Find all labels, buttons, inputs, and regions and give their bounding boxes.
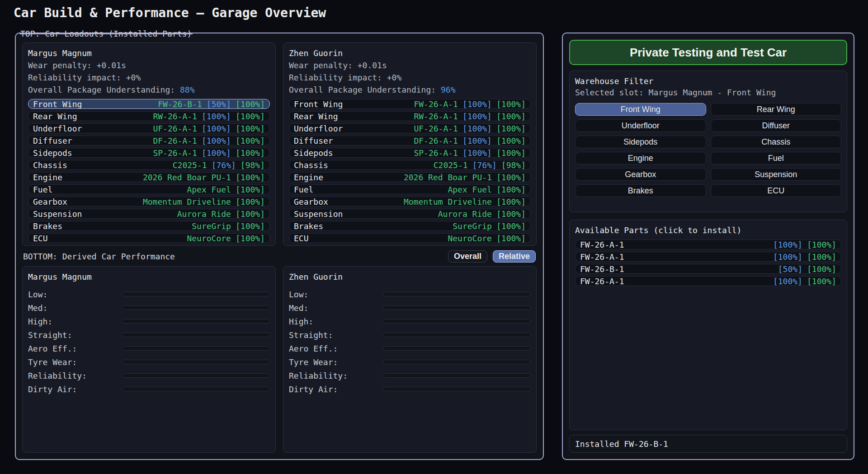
- part-slot-row[interactable]: Diffuser DF-26-A-1 [100%] [100%]: [289, 136, 531, 145]
- driver-name: Margus Magnum: [28, 47, 270, 59]
- part-slot-value: Momentum Driveline [100%]: [404, 197, 526, 206]
- metric-label: Med:: [28, 303, 122, 313]
- part-slot-value: Momentum Driveline [100%]: [143, 197, 265, 206]
- part-slot-value: RW-26-A-1 [100%] [100%]: [153, 112, 265, 121]
- available-part-value: [50%] [100%]: [778, 264, 836, 274]
- available-part-row[interactable]: FW-26-A-1 [100%] [100%]: [575, 276, 841, 286]
- available-parts-list: FW-26-A-1 [100%] [100%] FW-26-A-1 [100%]…: [575, 239, 841, 288]
- bar-track: [383, 333, 531, 337]
- filter-button[interactable]: Gearbox: [575, 168, 706, 181]
- part-code: Momentum Driveline: [143, 197, 231, 206]
- part-condition-pct: [100%]: [236, 148, 265, 158]
- part-condition-pct: [100%]: [807, 277, 836, 286]
- filter-button[interactable]: Chassis: [711, 136, 842, 148]
- performance-view-toggle: Overall Relative: [448, 250, 536, 263]
- part-slot-row[interactable]: Front Wing FW-26-A-1 [100%] [100%]: [289, 99, 531, 109]
- metric-label: Dirty Air:: [289, 385, 383, 394]
- part-slot-row[interactable]: Engine 2026 Red Boar PU-1 [100%]: [289, 172, 531, 182]
- performance-grid: Margus Magnum Low: Med: High:: [22, 266, 537, 453]
- part-slot-row[interactable]: Underfloor UF-26-A-1 [100%] [100%]: [28, 123, 270, 133]
- part-slot-label: Engine: [294, 173, 323, 182]
- metric-row: High:: [28, 314, 270, 328]
- metric-row: Dirty Air:: [28, 382, 270, 396]
- part-slot-row[interactable]: Rear Wing RW-26-A-1 [100%] [100%]: [28, 111, 270, 121]
- metric-label: Straight:: [28, 330, 122, 340]
- part-slot-label: Sidepods: [33, 148, 72, 158]
- loadout-grid: Margus Magnum Wear penalty: +0.01s Relia…: [22, 42, 537, 246]
- available-part-row[interactable]: FW-26-A-1 [100%] [100%]: [575, 239, 841, 249]
- part-slot-row[interactable]: Gearbox Momentum Driveline [100%]: [289, 197, 531, 206]
- available-parts-heading: Available Parts (click to install): [575, 225, 841, 236]
- filter-button[interactable]: Underfloor: [575, 119, 706, 132]
- available-parts-card: Available Parts (click to install) FW-26…: [569, 220, 847, 430]
- part-slot-row[interactable]: Sidepods SP-26-A-1 [100%] [100%]: [28, 148, 270, 158]
- part-knowledge-pct: [100%]: [462, 124, 492, 133]
- part-slot-row[interactable]: Suspension Aurora Ride [100%]: [289, 209, 531, 219]
- part-code: FW-26-B-1: [158, 99, 202, 109]
- available-part-row[interactable]: FW-26-A-1 [100%] [100%]: [575, 252, 841, 262]
- part-slot-row[interactable]: Diffuser DF-26-A-1 [100%] [100%]: [28, 136, 270, 145]
- filter-button[interactable]: Rear Wing: [711, 103, 842, 116]
- part-knowledge-pct: [100%]: [773, 240, 802, 249]
- part-code: NeuroCore: [187, 234, 231, 243]
- private-testing-button[interactable]: Private Testing and Test Car: [569, 40, 847, 65]
- part-condition-pct: [100%]: [496, 221, 526, 231]
- part-code: C2025-1: [173, 160, 207, 170]
- part-slot-row[interactable]: Brakes SureGrip [100%]: [28, 221, 270, 231]
- part-code: SureGrip: [192, 221, 231, 231]
- available-part-name: FW-26-A-1: [580, 277, 624, 286]
- part-slot-row[interactable]: Front Wing FW-26-B-1 [50%] [100%]: [28, 99, 270, 109]
- filter-button[interactable]: Suspension: [711, 168, 842, 181]
- part-slot-row[interactable]: Chassis C2025-1 [76%] [98%]: [28, 160, 270, 170]
- bar-track: [383, 373, 531, 378]
- part-slot-value: UF-26-A-1 [100%] [100%]: [414, 124, 526, 133]
- reliability-impact-text: Reliability impact: +0%: [28, 71, 270, 84]
- part-slot-row[interactable]: Chassis C2025-1 [76%] [98%]: [289, 160, 531, 170]
- part-slot-value: 2026 Red Boar PU-1 [100%]: [404, 173, 526, 182]
- part-slot-row[interactable]: Rear Wing RW-26-A-1 [100%] [100%]: [289, 111, 531, 121]
- selected-slot-text: Selected slot: Margus Magnum - Front Win…: [575, 87, 841, 98]
- available-part-name: FW-26-B-1: [580, 264, 624, 274]
- part-code: 2026 Red Boar PU-1: [404, 173, 492, 182]
- part-slot-row[interactable]: Underfloor UF-26-A-1 [100%] [100%]: [289, 123, 531, 133]
- part-slot-value: SP-26-A-1 [100%] [100%]: [414, 148, 526, 158]
- filter-button[interactable]: Engine: [575, 152, 706, 164]
- part-condition-pct: [98%]: [501, 160, 526, 170]
- part-slot-list: Front Wing FW-26-B-1 [50%] [100%] Rear W…: [28, 99, 270, 243]
- bar-track: [383, 387, 531, 391]
- filter-button[interactable]: ECU: [711, 184, 842, 197]
- filter-button[interactable]: Front Wing: [575, 103, 706, 116]
- driver-performance-card-zhen: Zhen Guorin Low: Med: High:: [283, 266, 537, 453]
- relative-toggle-button[interactable]: Relative: [493, 250, 536, 263]
- part-knowledge-pct: [100%]: [462, 99, 492, 109]
- part-slot-row[interactable]: Fuel Apex Fuel [100%]: [289, 184, 531, 194]
- part-code: Aurora Ride: [438, 209, 492, 219]
- part-slot-value: RW-26-A-1 [100%] [100%]: [414, 112, 526, 121]
- filter-button[interactable]: Diffuser: [711, 119, 842, 132]
- filter-button[interactable]: Sidepods: [575, 136, 706, 148]
- part-slot-label: Gearbox: [33, 197, 67, 206]
- metric-row: Low:: [289, 287, 531, 301]
- part-slot-row[interactable]: ECU NeuroCore [100%]: [28, 233, 270, 243]
- available-part-value: [100%] [100%]: [773, 277, 836, 286]
- part-slot-row[interactable]: ECU NeuroCore [100%]: [289, 233, 531, 243]
- part-condition-pct: [100%]: [496, 209, 526, 219]
- overall-toggle-button[interactable]: Overall: [448, 250, 487, 263]
- filter-button[interactable]: Fuel: [711, 152, 842, 164]
- part-slot-row[interactable]: Engine 2026 Red Boar PU-1 [100%]: [28, 172, 270, 182]
- filter-button[interactable]: Brakes: [575, 184, 706, 197]
- part-knowledge-pct: [100%]: [462, 148, 492, 158]
- understanding-label: Overall Package Understanding:: [28, 85, 180, 94]
- part-slot-row[interactable]: Fuel Apex Fuel [100%]: [28, 184, 270, 194]
- metric-label: High:: [28, 317, 122, 326]
- part-code: 2026 Red Boar PU-1: [143, 173, 231, 182]
- driver-name: Zhen Guorin: [289, 271, 531, 283]
- part-slot-row[interactable]: Suspension Aurora Ride [100%]: [28, 209, 270, 219]
- part-slot-row[interactable]: Sidepods SP-26-A-1 [100%] [100%]: [289, 148, 531, 158]
- part-slot-row[interactable]: Gearbox Momentum Driveline [100%]: [28, 197, 270, 206]
- available-part-row[interactable]: FW-26-B-1 [50%] [100%]: [575, 264, 841, 274]
- understanding-value: 96%: [441, 85, 456, 94]
- part-condition-pct: [100%]: [236, 173, 265, 182]
- part-slot-label: Suspension: [33, 209, 82, 219]
- part-slot-row[interactable]: Brakes SureGrip [100%]: [289, 221, 531, 231]
